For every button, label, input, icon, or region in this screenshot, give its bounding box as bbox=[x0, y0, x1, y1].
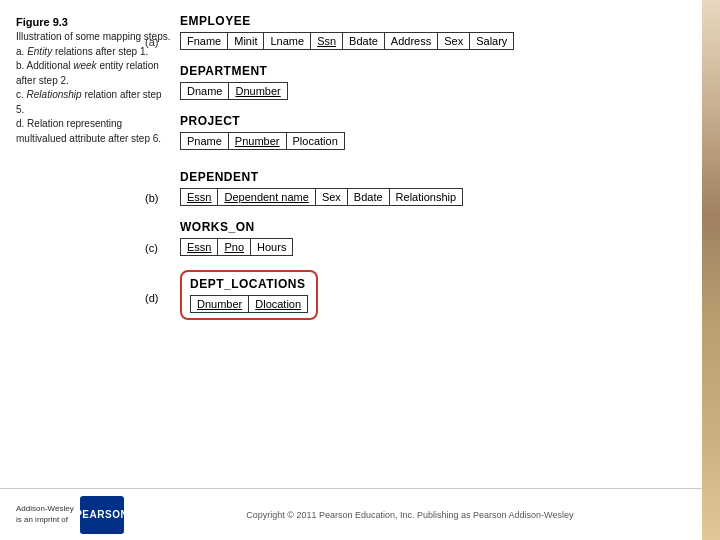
part-d-label: (d) bbox=[145, 292, 158, 304]
col-plocation: Plocation bbox=[287, 133, 344, 149]
col-pname: Pname bbox=[181, 133, 229, 149]
col-ssn: Ssn bbox=[311, 33, 343, 49]
part-a-label: (a) bbox=[145, 36, 158, 48]
deptlocations-table: Dnumber Dlocation bbox=[190, 295, 308, 313]
col-relationship: Relationship bbox=[390, 189, 463, 205]
department-table: Dname Dnumber bbox=[180, 82, 288, 100]
col-dlocation: Dlocation bbox=[249, 296, 307, 312]
department-title: DEPARTMENT bbox=[180, 64, 680, 78]
col-fname: Fname bbox=[181, 33, 228, 49]
col-bdate: Bdate bbox=[343, 33, 385, 49]
col-dep-sex: Sex bbox=[316, 189, 348, 205]
col-address: Address bbox=[385, 33, 438, 49]
addison-text: Addison-Wesley is an imprint of bbox=[16, 504, 74, 525]
dept-locations-highlight: DEPT_LOCATIONS Dnumber Dlocation bbox=[180, 270, 318, 320]
col-dep-bdate: Bdate bbox=[348, 189, 390, 205]
copyright-text: Copyright © 2011 Pearson Education, Inc.… bbox=[134, 510, 686, 520]
col-minit: Minit bbox=[228, 33, 264, 49]
col-hours: Hours bbox=[251, 239, 292, 255]
col-dl-dnumber: Dnumber bbox=[191, 296, 249, 312]
right-decorative-bar bbox=[702, 0, 720, 540]
workson-title: WORKS_ON bbox=[180, 220, 680, 234]
workson-table: Essn Pno Hours bbox=[180, 238, 293, 256]
project-table: Pname Pnumber Plocation bbox=[180, 132, 345, 150]
footer: Addison-Wesley is an imprint of PEARSON … bbox=[0, 488, 702, 540]
col-dnumber: Dnumber bbox=[229, 83, 286, 99]
part-c-label: (c) bbox=[145, 242, 158, 254]
col-lname: Lname bbox=[264, 33, 311, 49]
part-b-label: (b) bbox=[145, 192, 158, 204]
col-wo-essn: Essn bbox=[181, 239, 218, 255]
col-salary: Salary bbox=[470, 33, 513, 49]
col-pno: Pno bbox=[218, 239, 251, 255]
figure-title: Figure 9.3 bbox=[16, 16, 171, 28]
employee-title: EMPLOYEE bbox=[180, 14, 680, 28]
col-dependent-name: Dependent name bbox=[218, 189, 315, 205]
dependent-title: DEPENDENT bbox=[180, 170, 680, 184]
col-dname: Dname bbox=[181, 83, 229, 99]
pearson-logo: PEARSON bbox=[80, 496, 124, 534]
project-title: PROJECT bbox=[180, 114, 680, 128]
col-pnumber: Pnumber bbox=[229, 133, 287, 149]
dependent-table: Essn Dependent name Sex Bdate Relationsh… bbox=[180, 188, 463, 206]
deptlocations-title: DEPT_LOCATIONS bbox=[190, 277, 308, 291]
col-sex: Sex bbox=[438, 33, 470, 49]
employee-table: Fname Minit Lname Ssn Bdate Address Sex … bbox=[180, 32, 514, 50]
col-essn: Essn bbox=[181, 189, 218, 205]
